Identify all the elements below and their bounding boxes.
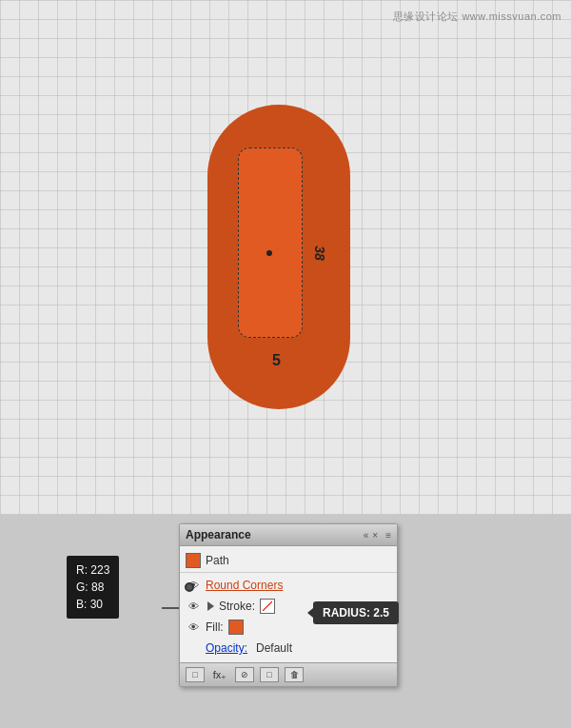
canvas-area: 思缘设计论坛 www.missvuan.com 38 5 [0,0,571,514]
new-item-icon[interactable]: □ [186,667,205,682]
delete-icon[interactable]: 🗑 [285,667,304,682]
fill-indicator-dot [185,582,194,592]
opacity-row[interactable]: 👁 Opacity: Default [180,638,397,659]
appearance-body: Path 👁 Round Corners RADIUS: 2.5 👁 Strok… [180,546,397,662]
no-icon[interactable]: ⊘ [235,667,254,682]
opacity-value: Default [256,641,292,655]
eye-icon-stroke[interactable]: 👁 [186,600,201,612]
bottom-panel: R: 223 G: 88 B: 30 Appearance « × ≡ Path [0,514,571,728]
expand-stroke-icon[interactable] [207,601,214,611]
color-r: R: 223 [76,561,109,579]
duplicate-icon[interactable]: □ [260,667,279,682]
round-corners-row[interactable]: 👁 Round Corners RADIUS: 2.5 [180,575,397,596]
color-g: G: 88 [76,579,109,596]
color-info-box: R: 223 G: 88 B: 30 [67,556,119,619]
color-b: B: 30 [76,596,109,613]
stroke-swatch[interactable] [260,599,275,614]
collapse-icon[interactable]: « [364,530,369,541]
watermark: 思缘设计论坛 www.missvuan.com [393,10,561,24]
fill-label: Fill: [206,620,224,634]
close-icon[interactable]: × [372,530,378,541]
stroke-label: Stroke: [219,600,255,613]
dimension-width-label: 38 [312,246,327,261]
appearance-panel: Appearance « × ≡ Path 👁 Round Corners RA… [179,523,398,687]
titlebar-controls[interactable]: « × ≡ [364,530,391,541]
appearance-titlebar: Appearance « × ≡ [180,524,397,546]
fill-swatch[interactable] [228,620,244,635]
appearance-title: Appearance [186,528,251,541]
round-corners-label[interactable]: Round Corners [206,579,283,592]
radius-tooltip: RADIUS: 2.5 [313,601,399,624]
pill-inner-shape[interactable] [238,148,303,338]
fx-icon[interactable]: fx₊ [210,667,229,682]
opacity-label[interactable]: Opacity: [206,641,247,655]
path-color-swatch[interactable] [186,553,201,568]
eye-icon-fill[interactable]: 👁 [186,621,201,633]
dimension-height-label: 5 [272,352,281,369]
path-row: Path [180,550,397,573]
path-label: Path [206,554,229,567]
panel-toolbar: □ fx₊ ⊘ □ 🗑 [180,662,397,686]
menu-icon[interactable]: ≡ [385,530,391,541]
center-point [266,250,272,256]
eye-icon-opacity: 👁 [186,642,201,654]
